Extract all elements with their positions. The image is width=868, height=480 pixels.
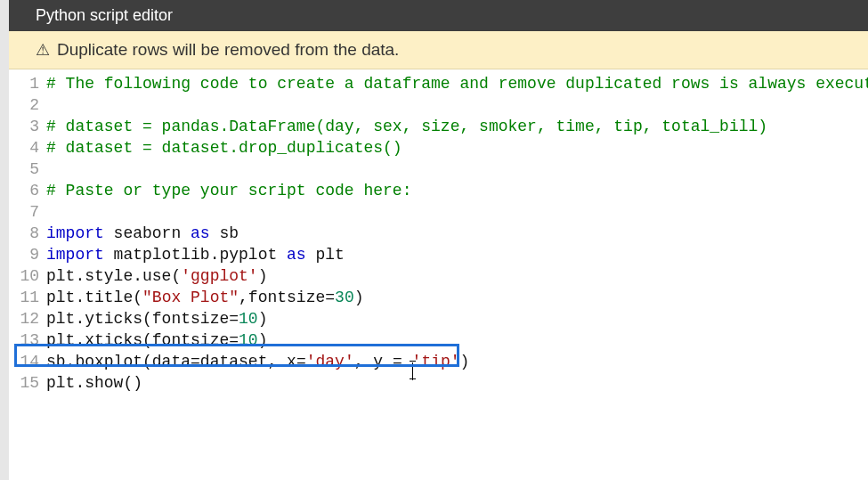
code-content[interactable]: import seaborn as sb [46,223,868,244]
code-editor[interactable]: 1# The following code to create a datafr… [9,69,868,480]
left-margin [0,0,9,480]
token [402,353,412,370]
token: plt.style.use( [46,267,181,285]
token: , [354,353,374,370]
code-content[interactable] [46,159,868,180]
token: dataset [200,353,268,370]
line-number: 1 [9,73,46,94]
code-content[interactable]: plt.xticks(fontsize=10) [46,329,868,351]
code-content[interactable]: plt.yticks(fontsize=10) [46,308,868,329]
token: = [191,353,200,370]
code-line[interactable]: 8import seaborn as sb [9,223,868,244]
code-line[interactable]: 4# dataset = dataset.drop_duplicates() [9,137,868,159]
line-number: 6 [9,180,46,201]
line-number: 8 [9,223,46,244]
token: plt [306,246,345,264]
token: = [296,353,306,370]
code-line[interactable]: 7 [9,201,868,223]
token: ) [354,289,364,306]
code-line[interactable]: 9import matplotlib.pyplot as plt [9,244,868,265]
line-number: 3 [9,116,46,137]
token: # Paste or type your script code here: [46,182,411,199]
line-number: 14 [9,351,46,372]
token: ) [460,353,470,370]
token: 10 [239,331,258,349]
token: 10 [239,310,258,328]
token: as [287,246,306,264]
editor-container: Python script editor ⚠ Duplicate rows wi… [9,0,868,480]
warning-bar: ⚠ Duplicate rows will be removed from th… [9,31,868,69]
token: x [287,353,296,370]
code-content[interactable] [46,94,868,116]
token: ) [258,267,268,285]
token: 'ggplot' [181,267,257,285]
token: seaborn [104,224,191,242]
code-content[interactable]: # dataset = pandas.DataFrame(day, sex, s… [46,116,868,137]
line-number: 12 [9,308,46,329]
token: ,fontsize= [239,289,335,306]
code-line[interactable]: 14sb.boxplot(data=dataset, x='day', y = … [9,351,868,372]
code-line[interactable]: 12plt.yticks(fontsize=10) [9,308,868,329]
token: # dataset = pandas.DataFrame(day, sex, s… [46,118,767,135]
code-content[interactable]: sb.boxplot(data=dataset, x='day', y = 't… [46,351,868,372]
token: matplotlib.pyplot [104,246,287,264]
code-line[interactable]: 2 [9,94,868,116]
token: import [46,224,104,242]
token: 30 [335,289,354,306]
line-number: 5 [9,159,46,180]
token [383,353,393,370]
warning-text: Duplicate rows will be removed from the … [57,40,399,60]
code-line[interactable]: 3# dataset = pandas.DataFrame(day, sex, … [9,116,868,137]
token: sb.boxplot(data [46,353,191,370]
code-line[interactable]: 10plt.style.use('ggplot') [9,265,868,287]
code-line[interactable]: 6# Paste or type your script code here: [9,180,868,201]
token: 'tip' [412,353,460,370]
code-line[interactable]: 1# The following code to create a datafr… [9,73,868,94]
code-line[interactable]: 13plt.xticks(fontsize=10) [9,329,868,351]
token: , [267,353,287,370]
token: "Box Plot" [142,289,239,306]
line-number: 15 [9,372,46,394]
line-number: 7 [9,201,46,223]
code-content[interactable]: # dataset = dataset.drop_duplicates() [46,137,868,159]
token: = [393,353,402,370]
line-number: 10 [9,265,46,287]
token: ) [258,310,268,328]
token: plt.xticks(fontsize= [46,331,239,349]
code-content[interactable]: import matplotlib.pyplot as plt [46,244,868,265]
code-line[interactable]: 5 [9,159,868,180]
token: # dataset = dataset.drop_duplicates() [46,139,402,157]
token: # The following code to create a datafra… [46,75,868,93]
code-line[interactable]: 11plt.title("Box Plot",fontsize=30) [9,287,868,308]
line-number: 13 [9,329,46,351]
token: y [373,353,383,370]
code-line[interactable]: 15plt.show() [9,372,868,394]
token: plt.show() [46,374,142,392]
token: sb [210,224,239,242]
warning-icon: ⚠ [36,42,50,58]
line-number: 2 [9,94,46,116]
line-number: 11 [9,287,46,308]
code-content[interactable] [46,201,868,223]
code-content[interactable]: # Paste or type your script code here: [46,180,868,201]
token: plt.yticks(fontsize= [46,310,239,328]
code-content[interactable]: plt.title("Box Plot",fontsize=30) [46,287,868,308]
token: import [46,246,104,264]
editor-title: Python script editor [36,6,173,24]
line-number: 9 [9,244,46,265]
code-content[interactable]: plt.show() [46,372,868,394]
token: ) [258,331,268,349]
token: plt.title( [46,289,142,306]
line-number: 4 [9,137,46,159]
token: as [191,224,210,242]
code-content[interactable]: plt.style.use('ggplot') [46,265,868,287]
editor-header: Python script editor [9,0,868,31]
token: 'day' [306,353,354,370]
code-content[interactable]: # The following code to create a datafra… [46,73,868,94]
